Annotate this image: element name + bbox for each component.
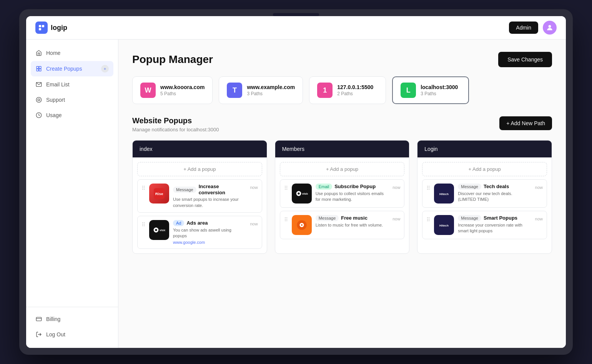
drag-handle-smart[interactable]: ⠿ [426, 217, 430, 223]
popup-thumb-rise: Rise [149, 184, 169, 204]
home-icon [35, 50, 42, 56]
popup-meta-smart: Message Smart Popups [458, 215, 531, 221]
drag-handle-tech[interactable]: ⠿ [426, 185, 430, 191]
popup-columns: index + Add a popup ⠿ Rise [132, 140, 552, 254]
website-card-url-example: www.example.com [247, 84, 295, 90]
popup-meta-ads: Ad Ads area [173, 220, 246, 226]
website-card-info-local5500: 127.0.0.1:5500 2 Paths [337, 84, 373, 96]
svg-point-3 [549, 25, 551, 28]
popup-desc-music: Listen to music for free with volume. [316, 222, 389, 228]
sidebar-item-billing[interactable]: Billing [31, 312, 113, 326]
content-header: Popup Manager Save Changes [132, 52, 552, 67]
create-popups-badge: + [101, 65, 109, 73]
popup-thumb-subscribe: vision [292, 184, 312, 204]
avatar[interactable] [543, 21, 557, 35]
website-card-kooora[interactable]: W www.kooora.com 5 Paths [132, 76, 213, 104]
sidebar-nav: Home Create Popups + [26, 46, 118, 304]
website-card-icon-localhost3000: L [401, 83, 416, 98]
admin-button[interactable]: Admin [509, 22, 538, 34]
svg-rect-0 [39, 25, 41, 27]
sidebar: Home Create Popups + [26, 40, 118, 348]
popup-column-body-members: + Add a popup ⠿ vision [275, 157, 409, 244]
popup-thumb-ads: vision [149, 220, 169, 240]
popup-info-ads: Ad Ads area You can show ads aswell usin… [173, 220, 246, 245]
website-card-icon-kooora: W [140, 83, 156, 98]
logo-text: logip [51, 24, 67, 32]
sidebar-item-email-list-label: Email List [46, 81, 70, 88]
sidebar-item-home-label: Home [46, 50, 60, 56]
popup-desc-rise: Use smart popups to increase your conver… [173, 197, 246, 208]
website-card-paths-example: 3 Paths [247, 91, 295, 96]
popup-name-smart: Smart Popups [484, 215, 517, 221]
website-card-url-local5500: 127.0.0.1:5500 [337, 84, 373, 90]
sidebar-item-home[interactable]: Home [31, 46, 113, 60]
popup-desc-smart: Increase your conversion rate with smart… [458, 222, 531, 234]
popup-name-rise: Increase conversion [199, 184, 246, 195]
svg-text:Hitech: Hitech [439, 192, 449, 196]
svg-text:Rise: Rise [155, 192, 163, 196]
popup-card-music: ⠿ Message [280, 211, 405, 239]
svg-rect-4 [37, 66, 38, 68]
website-card-localhost3000[interactable]: L localhost:3000 3 Paths [392, 76, 469, 104]
sidebar-item-create-popups[interactable]: Create Popups + [31, 61, 113, 76]
add-path-button[interactable]: + Add New Path [499, 116, 552, 130]
popup-time-ads: now [250, 222, 258, 226]
popup-info-rise: Message Increase conversion Use smart po… [173, 184, 246, 208]
sidebar-item-billing-label: Billing [46, 316, 60, 322]
popup-name-ads: Ads area [186, 220, 208, 226]
logout-icon [35, 331, 42, 338]
add-popup-index[interactable]: + Add a popup [137, 162, 262, 176]
popup-column-body-index: + Add a popup ⠿ Rise [133, 157, 267, 253]
website-card-example[interactable]: T www.example.com 3 Paths [219, 76, 303, 104]
svg-point-18 [155, 229, 157, 231]
popup-card-subscribe: ⠿ vision E [280, 179, 405, 208]
add-popup-login[interactable]: + Add a popup [422, 162, 547, 176]
create-popups-icon [35, 65, 42, 72]
drag-handle-ads[interactable]: ⠿ [141, 222, 145, 228]
popup-type-badge-smart: Message [458, 215, 481, 221]
popup-type-badge-music: Message [316, 215, 339, 221]
svg-rect-7 [39, 69, 41, 71]
popup-link-ads[interactable]: www.google.com [173, 240, 246, 245]
sidebar-item-email-list[interactable]: Email List [31, 77, 113, 92]
popup-card-tech: ⠿ Hitech Message [422, 179, 547, 208]
svg-text:vision: vision [160, 228, 165, 232]
website-card-info-example: www.example.com 3 Paths [247, 84, 295, 96]
popup-column-index: index + Add a popup ⠿ Rise [132, 140, 267, 254]
website-card-url-localhost3000: localhost:3000 [421, 84, 458, 90]
section-header: Website Popups Manage notifications for … [132, 116, 552, 132]
popup-column-body-login: + Add a popup ⠿ Hitech [417, 157, 552, 244]
email-icon [35, 81, 42, 88]
save-changes-button[interactable]: Save Changes [498, 52, 552, 67]
popup-card-rise: ⠿ Rise Message [137, 179, 262, 213]
popup-info-music: Message Free music Listen to music for f… [316, 215, 389, 228]
sidebar-item-support[interactable]: Support [31, 93, 113, 107]
drag-handle-music[interactable]: ⠿ [284, 217, 288, 223]
main-content: Popup Manager Save Changes W www.kooora.… [118, 40, 566, 348]
page-title: Popup Manager [132, 53, 213, 66]
website-card-url-kooora: www.kooora.com [160, 84, 205, 90]
add-popup-members[interactable]: + Add a popup [280, 162, 405, 176]
website-card-icon-example: T [227, 83, 242, 98]
top-bar-right: Admin [509, 21, 557, 35]
popup-desc-ads: You can show ads aswell using popups [173, 227, 246, 239]
website-card-paths-local5500: 2 Paths [337, 91, 373, 96]
popup-name-music: Free music [341, 215, 368, 221]
website-card-local5500[interactable]: 1 127.0.0.1:5500 2 Paths [309, 76, 386, 104]
main-layout: Home Create Popups + [26, 40, 566, 348]
popup-thumb-music [292, 215, 312, 235]
popup-type-badge-tech: Message [458, 184, 481, 190]
popup-info-smart: Message Smart Popups Increase your conve… [458, 215, 531, 234]
usage-icon [35, 112, 42, 119]
sidebar-item-usage[interactable]: Usage [31, 108, 113, 122]
svg-rect-12 [36, 317, 41, 321]
popup-meta-subscribe: Email Subscribe Popup [316, 184, 389, 190]
popup-time-smart: now [535, 217, 543, 221]
billing-icon [35, 316, 42, 323]
drag-handle-subscribe[interactable]: ⠿ [284, 185, 288, 191]
drag-handle[interactable]: ⠿ [141, 185, 145, 191]
popup-type-badge-ads: Ad [173, 220, 184, 226]
svg-text:vision: vision [302, 192, 308, 195]
sidebar-item-logout[interactable]: Log Out [31, 327, 113, 342]
support-icon [35, 96, 42, 103]
